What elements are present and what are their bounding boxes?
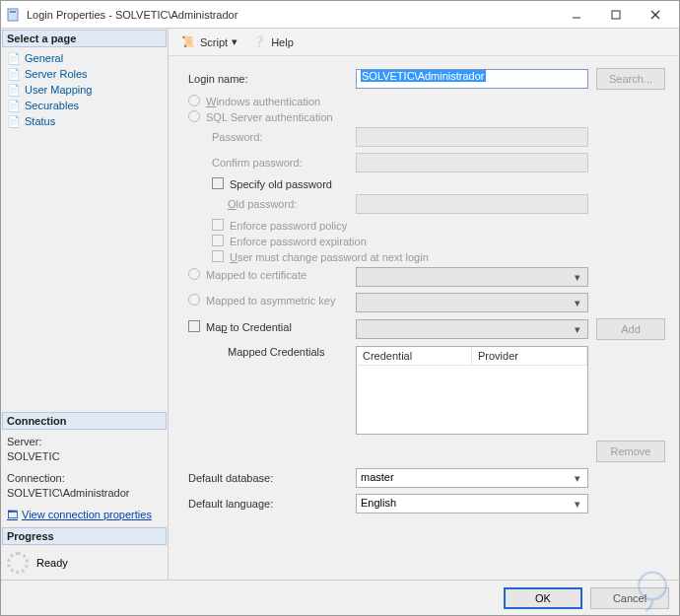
progress-block: Ready xyxy=(1,546,168,580)
connection-label: Connection: xyxy=(7,471,162,486)
help-button[interactable]: ❔ Help xyxy=(247,33,298,52)
login-name-label: Login name: xyxy=(188,73,356,85)
mapped-asym-row: Mapped to asymmetric key ▾ xyxy=(188,293,665,312)
sidebar-item-label: User Mapping xyxy=(25,84,92,96)
login-name-input[interactable]: SOLVETIC\Administrador xyxy=(356,69,588,89)
enforce-expiration-check: Enforce password expiration xyxy=(188,236,665,247)
script-label: Script xyxy=(200,36,228,48)
progress-header: Progress xyxy=(2,527,167,545)
sidebar-item-server-roles[interactable]: 📄Server Roles xyxy=(5,66,164,82)
windows-auth-radio: Windows authentication xyxy=(188,96,665,107)
default-lang-combo[interactable]: English▾ xyxy=(356,494,588,513)
minimize-button[interactable] xyxy=(557,3,596,27)
remove-row: Remove xyxy=(188,441,665,462)
checkbox-icon xyxy=(212,250,224,262)
must-change-check: User must change password at next login xyxy=(188,251,665,263)
close-button[interactable] xyxy=(636,3,675,27)
mapped-credentials-table[interactable]: Credential Provider xyxy=(356,346,588,435)
default-db-value: master xyxy=(357,469,587,485)
script-icon: 📜 xyxy=(180,34,196,50)
cancel-button[interactable]: Cancel xyxy=(590,587,669,609)
sidebar-item-label: Securables xyxy=(25,100,79,111)
main-panel: 📜 Script ▾ ❔ Help Login name: SOLVETIC\A… xyxy=(169,29,679,580)
sql-auth-label: SQL Server authentication xyxy=(206,111,333,123)
view-connection-properties-link[interactable]: 🗔 View connection properties xyxy=(7,508,152,522)
specify-old-password-label: Specify old password xyxy=(230,178,332,190)
sidebar-item-general[interactable]: 📄General xyxy=(5,50,164,66)
mapped-asym-label: Mapped to asymmetric key xyxy=(206,295,335,307)
chevron-down-icon: ▾ xyxy=(570,471,585,485)
confirm-password-label: Confirm password: xyxy=(188,157,356,169)
server-label: Server: xyxy=(7,435,162,449)
maximize-button[interactable] xyxy=(596,3,636,27)
default-lang-label: Default language: xyxy=(188,498,356,510)
chevron-down-icon: ▾ xyxy=(570,497,585,511)
sql-auth-radio: SQL Server authentication xyxy=(188,111,665,123)
dialog-footer: OK Cancel xyxy=(1,580,679,615)
page-nav: 📄General 📄Server Roles 📄User Mapping 📄Se… xyxy=(1,48,168,131)
confirm-password-row: Confirm password: xyxy=(188,153,665,172)
password-label: Password: xyxy=(188,131,356,143)
toolbar: 📜 Script ▾ ❔ Help xyxy=(169,29,679,56)
sidebar-item-securables[interactable]: 📄Securables xyxy=(5,98,164,113)
mapped-cert-label: Mapped to certificate xyxy=(206,269,306,281)
specify-old-password-check[interactable]: Specify old password xyxy=(188,178,665,190)
mapped-credentials-label: Mapped Credentials xyxy=(188,346,356,358)
login-icon xyxy=(5,7,21,23)
sidebar-item-user-mapping[interactable]: 📄User Mapping xyxy=(5,82,164,98)
radio-icon xyxy=(188,268,200,280)
password-input xyxy=(356,127,588,147)
radio-icon xyxy=(188,110,200,122)
page-icon: 📄 xyxy=(7,51,21,65)
login-properties-window: Login Properties - SOLVETIC\Administrado… xyxy=(0,0,680,616)
form: Login name: SOLVETIC\Administrador Searc… xyxy=(169,56,679,580)
page-icon: 📄 xyxy=(7,67,21,81)
sidebar-item-label: Server Roles xyxy=(25,68,88,80)
progress-spinner-icon xyxy=(7,552,29,574)
window-title: Login Properties - SOLVETIC\Administrado… xyxy=(27,9,557,21)
chevron-down-icon: ▾ xyxy=(570,270,585,284)
mapped-asym-radio: Mapped to asymmetric key xyxy=(188,295,356,307)
svg-rect-1 xyxy=(10,11,16,13)
link-label: View connection properties xyxy=(22,508,152,522)
map-credential-check[interactable]: Map to Credential xyxy=(188,321,356,333)
confirm-password-input xyxy=(356,153,588,172)
svg-rect-0 xyxy=(8,9,18,21)
select-page-header: Select a page xyxy=(2,30,167,47)
checkbox-icon xyxy=(212,235,224,246)
mapped-cert-row: Mapped to certificate ▾ xyxy=(188,267,665,287)
checkbox-icon xyxy=(212,177,224,189)
sidebar-item-status[interactable]: 📄Status xyxy=(5,113,164,129)
table-header: Credential Provider xyxy=(357,347,587,366)
window-controls xyxy=(557,3,675,27)
map-credential-combo[interactable]: ▾ xyxy=(356,319,588,339)
checkbox-icon xyxy=(212,219,224,231)
titlebar: Login Properties - SOLVETIC\Administrado… xyxy=(1,1,679,29)
script-button[interactable]: 📜 Script ▾ xyxy=(176,33,241,52)
map-credential-label: Map to Credential xyxy=(206,321,292,333)
sidebar-item-label: Status xyxy=(25,115,55,127)
default-db-row: Default database: master▾ xyxy=(188,468,665,488)
mapped-cert-radio: Mapped to certificate xyxy=(188,269,356,281)
enforce-policy-label: Enforce password policy xyxy=(230,220,347,232)
server-value: SOLVETIC xyxy=(7,449,162,464)
chevron-down-icon: ▾ xyxy=(570,322,585,336)
search-button[interactable]: Search... xyxy=(596,68,665,90)
default-lang-value: English xyxy=(357,495,587,511)
help-label: Help xyxy=(271,36,294,48)
enforce-policy-check: Enforce password policy xyxy=(188,220,665,232)
add-button[interactable]: Add xyxy=(596,318,665,340)
ok-button[interactable]: OK xyxy=(504,587,582,609)
properties-icon: 🗔 xyxy=(7,508,18,522)
th-provider: Provider xyxy=(472,347,587,365)
checkbox-icon xyxy=(188,320,200,332)
page-icon: 📄 xyxy=(7,114,21,128)
progress-status: Ready xyxy=(36,557,68,569)
remove-button[interactable]: Remove xyxy=(596,441,665,462)
default-db-combo[interactable]: master▾ xyxy=(356,468,588,488)
connection-value: SOLVETIC\Administrador xyxy=(7,486,162,501)
sidebar-item-label: General xyxy=(25,52,63,64)
old-password-input xyxy=(356,194,588,214)
page-icon: 📄 xyxy=(7,83,21,97)
map-credential-row: Map to Credential ▾ Add xyxy=(188,318,665,340)
